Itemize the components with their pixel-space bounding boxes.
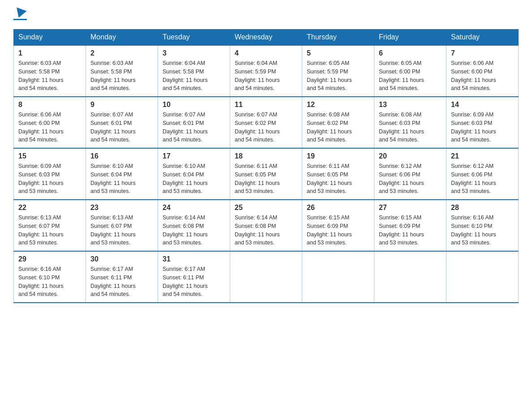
day-info: Sunrise: 6:05 AMSunset: 6:00 PMDaylight:… <box>379 59 442 93</box>
day-info: Sunrise: 6:12 AMSunset: 6:06 PMDaylight:… <box>451 162 514 196</box>
table-row: 7Sunrise: 6:06 AMSunset: 6:00 PMDaylight… <box>446 45 519 97</box>
day-info: Sunrise: 6:09 AMSunset: 6:03 PMDaylight:… <box>451 111 514 144</box>
calendar-header-row: Sunday Monday Tuesday Wednesday Thursday… <box>14 30 519 46</box>
day-info: Sunrise: 6:16 AMSunset: 6:10 PMDaylight:… <box>18 265 81 299</box>
day-info: Sunrise: 6:10 AMSunset: 6:04 PMDaylight:… <box>90 162 153 196</box>
table-row: 20Sunrise: 6:12 AMSunset: 6:06 PMDayligh… <box>374 148 446 200</box>
table-row: 15Sunrise: 6:09 AMSunset: 6:03 PMDayligh… <box>14 148 86 200</box>
table-row: 1Sunrise: 6:03 AMSunset: 5:58 PMDaylight… <box>14 45 86 97</box>
day-number: 20 <box>379 152 442 160</box>
day-number: 6 <box>379 49 442 57</box>
day-number: 4 <box>235 49 297 57</box>
table-row: 12Sunrise: 6:08 AMSunset: 6:02 PMDayligh… <box>302 97 374 148</box>
day-number: 24 <box>163 204 225 212</box>
table-row: 30Sunrise: 6:17 AMSunset: 6:11 PMDayligh… <box>86 251 158 303</box>
table-row: 5Sunrise: 6:05 AMSunset: 5:59 PMDaylight… <box>302 45 374 97</box>
table-row <box>374 251 446 303</box>
day-info: Sunrise: 6:15 AMSunset: 6:09 PMDaylight:… <box>379 214 442 247</box>
day-number: 1 <box>18 49 81 57</box>
day-number: 15 <box>18 152 81 160</box>
day-number: 8 <box>18 101 81 109</box>
table-row: 4Sunrise: 6:04 AMSunset: 5:59 PMDaylight… <box>230 45 302 97</box>
day-number: 5 <box>307 49 369 57</box>
day-info: Sunrise: 6:07 AMSunset: 6:02 PMDaylight:… <box>235 111 297 144</box>
calendar-week-row: 1Sunrise: 6:03 AMSunset: 5:58 PMDaylight… <box>14 45 519 97</box>
table-row: 3Sunrise: 6:04 AMSunset: 5:58 PMDaylight… <box>158 45 230 97</box>
calendar-week-row: 15Sunrise: 6:09 AMSunset: 6:03 PMDayligh… <box>14 148 519 200</box>
day-number: 11 <box>235 101 297 109</box>
day-number: 28 <box>451 204 514 212</box>
table-row: 6Sunrise: 6:05 AMSunset: 6:00 PMDaylight… <box>374 45 446 97</box>
day-info: Sunrise: 6:07 AMSunset: 6:01 PMDaylight:… <box>163 111 225 144</box>
day-number: 27 <box>379 204 442 212</box>
col-tuesday: Tuesday <box>158 30 230 46</box>
col-thursday: Thursday <box>302 30 374 46</box>
table-row: 31Sunrise: 6:17 AMSunset: 6:11 PMDayligh… <box>158 251 230 303</box>
day-info: Sunrise: 6:06 AMSunset: 6:00 PMDaylight:… <box>451 59 514 93</box>
day-info: Sunrise: 6:08 AMSunset: 6:03 PMDaylight:… <box>379 111 442 144</box>
col-saturday: Saturday <box>446 30 519 46</box>
table-row <box>302 251 374 303</box>
day-number: 22 <box>18 204 81 212</box>
table-row: 14Sunrise: 6:09 AMSunset: 6:03 PMDayligh… <box>446 97 519 148</box>
table-row: 8Sunrise: 6:06 AMSunset: 6:00 PMDaylight… <box>14 97 86 148</box>
day-number: 2 <box>90 49 153 57</box>
day-info: Sunrise: 6:13 AMSunset: 6:07 PMDaylight:… <box>90 214 153 247</box>
day-number: 19 <box>307 152 369 160</box>
day-number: 31 <box>163 255 225 263</box>
day-number: 7 <box>451 49 514 57</box>
col-monday: Monday <box>86 30 158 46</box>
day-info: Sunrise: 6:04 AMSunset: 5:58 PMDaylight:… <box>163 59 225 93</box>
table-row: 17Sunrise: 6:10 AMSunset: 6:04 PMDayligh… <box>158 148 230 200</box>
day-number: 26 <box>307 204 369 212</box>
logo <box>13 9 27 20</box>
day-number: 29 <box>18 255 81 263</box>
logo-underline <box>13 19 27 20</box>
table-row: 24Sunrise: 6:14 AMSunset: 6:08 PMDayligh… <box>158 200 230 251</box>
table-row: 27Sunrise: 6:15 AMSunset: 6:09 PMDayligh… <box>374 200 446 251</box>
table-row: 25Sunrise: 6:14 AMSunset: 6:08 PMDayligh… <box>230 200 302 251</box>
day-number: 21 <box>451 152 514 160</box>
day-info: Sunrise: 6:13 AMSunset: 6:07 PMDaylight:… <box>18 214 81 247</box>
day-info: Sunrise: 6:14 AMSunset: 6:08 PMDaylight:… <box>235 214 297 247</box>
day-info: Sunrise: 6:03 AMSunset: 5:58 PMDaylight:… <box>18 59 81 93</box>
col-wednesday: Wednesday <box>230 30 302 46</box>
calendar-week-row: 8Sunrise: 6:06 AMSunset: 6:00 PMDaylight… <box>14 97 519 148</box>
calendar-table: Sunday Monday Tuesday Wednesday Thursday… <box>13 29 519 303</box>
day-number: 10 <box>163 101 225 109</box>
table-row: 19Sunrise: 6:11 AMSunset: 6:05 PMDayligh… <box>302 148 374 200</box>
table-row: 22Sunrise: 6:13 AMSunset: 6:07 PMDayligh… <box>14 200 86 251</box>
day-info: Sunrise: 6:16 AMSunset: 6:10 PMDaylight:… <box>451 214 514 247</box>
day-info: Sunrise: 6:06 AMSunset: 6:00 PMDaylight:… <box>18 111 81 144</box>
calendar-week-row: 29Sunrise: 6:16 AMSunset: 6:10 PMDayligh… <box>14 251 519 303</box>
day-number: 9 <box>90 101 153 109</box>
day-info: Sunrise: 6:14 AMSunset: 6:08 PMDaylight:… <box>163 214 225 247</box>
table-row: 29Sunrise: 6:16 AMSunset: 6:10 PMDayligh… <box>14 251 86 303</box>
day-info: Sunrise: 6:03 AMSunset: 5:58 PMDaylight:… <box>90 59 153 93</box>
table-row: 11Sunrise: 6:07 AMSunset: 6:02 PMDayligh… <box>230 97 302 148</box>
logo-triangle-icon <box>13 7 26 19</box>
day-info: Sunrise: 6:12 AMSunset: 6:06 PMDaylight:… <box>379 162 442 196</box>
col-sunday: Sunday <box>14 30 86 46</box>
day-info: Sunrise: 6:17 AMSunset: 6:11 PMDaylight:… <box>163 265 225 299</box>
day-number: 25 <box>235 204 297 212</box>
table-row: 10Sunrise: 6:07 AMSunset: 6:01 PMDayligh… <box>158 97 230 148</box>
day-info: Sunrise: 6:04 AMSunset: 5:59 PMDaylight:… <box>235 59 297 93</box>
day-number: 17 <box>163 152 225 160</box>
day-number: 16 <box>90 152 153 160</box>
day-info: Sunrise: 6:09 AMSunset: 6:03 PMDaylight:… <box>18 162 81 196</box>
page-header <box>13 9 519 20</box>
table-row <box>230 251 302 303</box>
table-row: 18Sunrise: 6:11 AMSunset: 6:05 PMDayligh… <box>230 148 302 200</box>
table-row: 21Sunrise: 6:12 AMSunset: 6:06 PMDayligh… <box>446 148 519 200</box>
day-info: Sunrise: 6:11 AMSunset: 6:05 PMDaylight:… <box>235 162 297 196</box>
day-number: 14 <box>451 101 514 109</box>
day-info: Sunrise: 6:07 AMSunset: 6:01 PMDaylight:… <box>90 111 153 144</box>
day-number: 23 <box>90 204 153 212</box>
day-info: Sunrise: 6:05 AMSunset: 5:59 PMDaylight:… <box>307 59 369 93</box>
table-row: 26Sunrise: 6:15 AMSunset: 6:09 PMDayligh… <box>302 200 374 251</box>
day-info: Sunrise: 6:08 AMSunset: 6:02 PMDaylight:… <box>307 111 369 144</box>
day-info: Sunrise: 6:17 AMSunset: 6:11 PMDaylight:… <box>90 265 153 299</box>
table-row: 23Sunrise: 6:13 AMSunset: 6:07 PMDayligh… <box>86 200 158 251</box>
table-row: 9Sunrise: 6:07 AMSunset: 6:01 PMDaylight… <box>86 97 158 148</box>
